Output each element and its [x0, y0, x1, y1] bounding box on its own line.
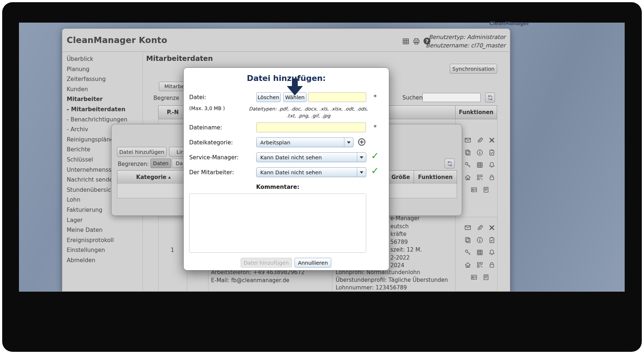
user-type: Benutzertyp: Administrator	[426, 33, 506, 42]
sidebar-item[interactable]: Einstellungen	[67, 245, 142, 256]
paperclip-icon[interactable]	[474, 134, 486, 146]
bell-icon[interactable]	[486, 159, 498, 171]
text-fragment: Überstundenprofil: Tägliche Überstunden	[336, 276, 448, 284]
bell-icon[interactable]	[486, 246, 498, 258]
sidebar-item[interactable]: Mitarbeiter	[67, 94, 142, 105]
cancel-button[interactable]: Annullieren	[294, 258, 331, 268]
key-icon[interactable]	[462, 159, 474, 171]
news-icon[interactable]	[480, 183, 492, 196]
service-manager-value: Kann Datei nicht sehen	[257, 155, 357, 160]
sidebar-item[interactable]: Lager	[67, 215, 142, 226]
employee-text-fragments: Lohnprofil: NormalstundenlohnÜberstunden…	[336, 269, 448, 292]
dateikategorie-value: Arbeitsplan	[257, 140, 344, 145]
refresh-icon[interactable]	[445, 159, 454, 168]
suchen-input[interactable]	[422, 93, 481, 102]
submit-add-file-button[interactable]: Datei hinzufügen	[241, 258, 292, 268]
dateikategorie-select[interactable]: Arbeitsplan	[256, 137, 354, 147]
chevron-down-icon	[344, 138, 353, 147]
close-icon[interactable]	[486, 221, 498, 234]
sidebar-item[interactable]: Kunden	[67, 85, 142, 95]
text-fragment: eutsch	[390, 223, 422, 231]
suchen-label: Suchen:	[402, 94, 425, 101]
envelope-icon[interactable]	[462, 134, 474, 146]
synchronisation-button[interactable]: Synchronisation	[450, 64, 497, 74]
user-name: Benutzername: cl70_master	[426, 42, 506, 50]
dateikategorie-label: Dateikategorie:	[189, 139, 233, 146]
qr-icon[interactable]	[474, 258, 486, 271]
required-marker: *	[374, 124, 377, 131]
table-icon[interactable]	[402, 38, 410, 45]
employee-text-fragments: e-Managereutschkräfte56789szeit: 12 M.2-…	[390, 215, 422, 270]
copy-icon[interactable]	[462, 146, 474, 159]
text-fragment: Lohnnummer: 123456789	[336, 284, 448, 292]
chevron-down-icon	[357, 153, 366, 162]
row-number: 1	[161, 247, 183, 253]
sidebar-item[interactable]: Meine Daten	[67, 225, 142, 236]
clipboard-check-icon[interactable]	[486, 146, 498, 159]
refresh-icon[interactable]	[485, 93, 495, 102]
table-icon[interactable]	[474, 159, 486, 171]
kommentare-label: Kommentare:	[189, 184, 366, 190]
chevron-down-icon	[357, 168, 366, 177]
sidebar-item[interactable]: - Mitarbeiterdaten	[67, 105, 142, 115]
text-fragment: 56789	[390, 238, 422, 246]
sidebar-item[interactable]: Planung	[67, 65, 142, 75]
key-icon[interactable]	[462, 246, 474, 258]
service-manager-select[interactable]: Kann Datei nicht sehen	[256, 152, 366, 162]
add-category-icon[interactable]	[358, 138, 366, 146]
column-header-kategorie[interactable]: Kategorie ▲	[117, 170, 190, 184]
sort-asc-icon: ▲	[168, 175, 171, 179]
sidebar-item[interactable]: Überblick	[67, 54, 142, 65]
print-icon[interactable]	[413, 38, 420, 45]
envelope-icon[interactable]	[462, 221, 474, 234]
table-icon[interactable]	[474, 246, 486, 258]
desktop-screen: CleanManager Konto ? Benutzertyp: Admini…	[19, 23, 625, 292]
info-icon[interactable]	[474, 234, 486, 246]
lock-icon[interactable]	[486, 171, 498, 183]
text-fragment: e-Manager	[390, 215, 422, 223]
mitarbeiter-value: Kann Datei nicht sehen	[257, 170, 357, 175]
paperclip-icon[interactable]	[474, 221, 486, 234]
kommentare-textarea[interactable]	[189, 194, 366, 253]
text-fragment: 2-2022	[390, 254, 422, 262]
window-title: CleanManager Konto	[67, 35, 167, 45]
service-manager-label: Service-Manager:	[189, 154, 239, 161]
home-icon[interactable]	[462, 258, 474, 271]
sidebar-item[interactable]: Abmelden	[67, 256, 142, 266]
text-fragment: kräfte	[390, 230, 422, 238]
lock-icon[interactable]	[486, 258, 498, 271]
column-header-pnr[interactable]: P.-N	[158, 105, 187, 119]
close-icon[interactable]	[486, 134, 498, 146]
screenshot-canvas: CleanManager CleanManager Konto ? Benutz…	[0, 0, 644, 354]
datei-label: Datei:	[189, 94, 206, 101]
copy-icon[interactable]	[462, 234, 474, 246]
column-header-funktionen[interactable]: Funktionen	[414, 170, 457, 184]
clipboard-check-icon[interactable]	[486, 234, 498, 246]
filetypes-hint: Dateitypen: .pdf, .doc, .docx, .xls, .xl…	[246, 106, 370, 119]
begrenzen-label: Begrenzen:	[118, 161, 149, 167]
tab-daten[interactable]: Daten	[151, 159, 171, 168]
required-marker: *	[374, 93, 377, 101]
sidebar-item[interactable]: - Benachrichtigungen	[67, 115, 142, 125]
sidebar-item[interactable]: Ereignisprotokoll	[67, 236, 142, 246]
page-title: Mitarbeiterdaten	[146, 54, 213, 62]
header-divider	[62, 51, 511, 52]
qr-icon[interactable]	[474, 171, 486, 183]
person-card-icon[interactable]	[468, 183, 480, 196]
kategorie-label: Kategorie	[136, 174, 167, 180]
info-icon[interactable]	[474, 146, 486, 159]
column-header-funktionen[interactable]: Funktionen	[455, 105, 497, 119]
sidebar-item[interactable]: Zeiterfassung	[67, 74, 142, 85]
loeschen-button[interactable]: Löschen	[256, 92, 281, 102]
mitarbeiter-label: Der Mitarbeiter:	[189, 169, 234, 176]
home-icon[interactable]	[462, 171, 474, 183]
datei-file-input[interactable]	[308, 92, 366, 102]
dateiname-input[interactable]	[256, 122, 366, 132]
column-header-groesse[interactable]: Größe	[387, 170, 414, 184]
news-icon[interactable]	[480, 271, 492, 283]
person-card-icon[interactable]	[468, 271, 480, 283]
mitarbeiter-select[interactable]: Kann Datei nicht sehen	[256, 167, 366, 177]
pointer-arrow-icon	[287, 78, 303, 96]
modal-title: Datei hinzufügen:	[184, 74, 389, 83]
add-file-button[interactable]: Datei hinzufügen	[117, 147, 167, 157]
